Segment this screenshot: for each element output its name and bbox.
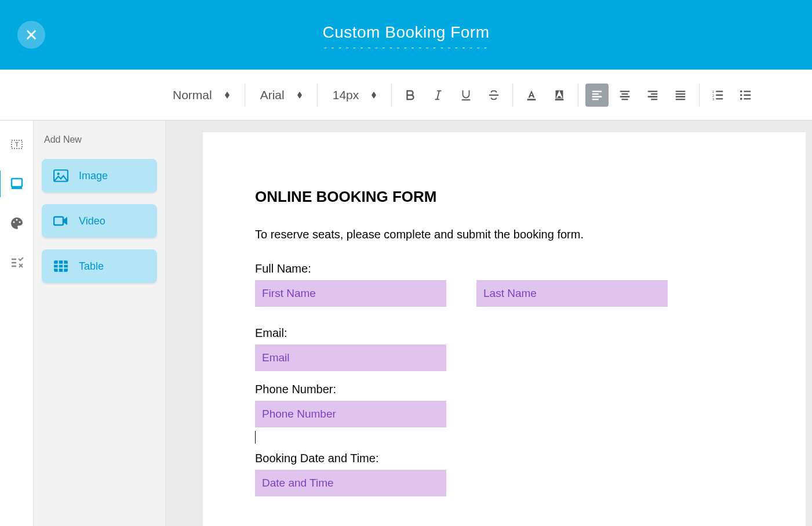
underline-icon xyxy=(460,89,472,101)
bold-button[interactable] xyxy=(399,84,422,107)
align-center-icon xyxy=(618,89,631,101)
input-last-name[interactable]: Last Name xyxy=(476,280,668,307)
sidebar: Add New Image Video Table xyxy=(34,121,166,526)
table-icon xyxy=(53,260,68,273)
align-center-button[interactable] xyxy=(613,84,636,107)
checklist-icon xyxy=(10,256,24,270)
italic-icon xyxy=(432,89,445,101)
canvas-area: ONLINE BOOKING FORM To reserve seats, pl… xyxy=(166,121,812,526)
svg-rect-18 xyxy=(54,217,63,225)
sidebar-title: Add New xyxy=(42,135,157,145)
rail-theme-tool[interactable] xyxy=(8,215,26,232)
style-select[interactable]: Normal xyxy=(162,82,240,108)
align-right-icon xyxy=(646,89,659,101)
highlight-icon xyxy=(553,89,566,101)
video-icon xyxy=(53,215,68,227)
svg-rect-0 xyxy=(527,99,536,100)
svg-text:1: 1 xyxy=(712,90,714,93)
add-image-button[interactable]: Image xyxy=(42,159,157,193)
svg-text:3: 3 xyxy=(712,97,714,101)
label-booking[interactable]: Booking Date and Time: xyxy=(255,452,753,465)
text-color-icon xyxy=(525,89,538,101)
strikethrough-icon xyxy=(487,89,500,101)
svg-rect-19 xyxy=(54,260,68,272)
doc-heading[interactable]: ONLINE BOOKING FORM xyxy=(255,188,753,206)
align-justify-button[interactable] xyxy=(669,84,692,107)
svg-point-14 xyxy=(16,219,17,221)
svg-point-17 xyxy=(57,173,60,175)
rail-insert-tool[interactable] xyxy=(8,175,26,193)
add-table-button[interactable]: Table xyxy=(42,249,157,283)
input-phone[interactable]: Phone Number xyxy=(255,401,446,427)
ordered-list-icon: 123 xyxy=(712,89,724,101)
label-email[interactable]: Email: xyxy=(255,327,753,340)
align-left-icon xyxy=(591,89,603,101)
add-video-button[interactable]: Video xyxy=(42,204,157,238)
rail-checklist-tool[interactable] xyxy=(8,254,26,271)
text-box-icon: T xyxy=(10,137,24,151)
document-canvas[interactable]: ONLINE BOOKING FORM To reserve seats, pl… xyxy=(203,132,806,526)
sort-icon xyxy=(225,92,230,99)
ordered-list-button[interactable]: 123 xyxy=(707,84,730,107)
title-underline: - - - - - - - - - - - - - - - - - - - - … xyxy=(322,43,489,52)
input-first-name[interactable]: First Name xyxy=(255,280,446,307)
close-icon xyxy=(25,28,38,41)
underline-button[interactable] xyxy=(454,84,478,107)
svg-point-13 xyxy=(13,222,14,223)
align-justify-icon xyxy=(674,89,687,101)
svg-point-8 xyxy=(740,97,742,100)
svg-point-7 xyxy=(740,94,742,96)
svg-point-6 xyxy=(740,90,742,92)
text-color-button[interactable] xyxy=(520,84,543,107)
svg-text:T: T xyxy=(15,142,19,148)
insert-icon xyxy=(10,177,24,191)
doc-intro[interactable]: To reserve seats, please complete and su… xyxy=(255,228,753,241)
size-select[interactable]: 14px xyxy=(322,82,387,108)
palette-icon xyxy=(10,216,24,230)
svg-rect-12 xyxy=(12,187,22,189)
close-button[interactable] xyxy=(17,21,45,49)
text-cursor xyxy=(255,431,256,444)
sort-icon xyxy=(297,92,302,99)
svg-rect-2 xyxy=(555,99,564,100)
align-left-button[interactable] xyxy=(585,84,609,107)
page-title[interactable]: Custom Booking Form xyxy=(322,23,489,42)
sort-icon xyxy=(372,92,376,99)
unordered-list-button[interactable] xyxy=(734,84,758,107)
input-email[interactable]: Email xyxy=(255,344,446,371)
svg-text:2: 2 xyxy=(712,93,714,97)
bold-icon xyxy=(404,89,417,101)
image-icon xyxy=(53,169,68,182)
label-phone[interactable]: Phone Number: xyxy=(255,383,753,396)
toolbar: Normal Arial 14px xyxy=(0,70,812,121)
strikethrough-button[interactable] xyxy=(482,84,505,107)
font-select[interactable]: Arial xyxy=(250,82,312,108)
svg-point-15 xyxy=(19,222,20,223)
left-rail: T xyxy=(0,121,34,526)
italic-button[interactable] xyxy=(427,84,450,107)
input-datetime[interactable]: Date and Time xyxy=(255,470,446,496)
highlight-button[interactable] xyxy=(548,84,571,107)
unordered-list-icon xyxy=(740,89,752,101)
svg-rect-11 xyxy=(12,179,22,187)
label-full-name[interactable]: Full Name: xyxy=(255,262,753,275)
rail-text-tool[interactable]: T xyxy=(8,136,26,153)
header-bar: Custom Booking Form - - - - - - - - - - … xyxy=(0,0,812,70)
align-right-button[interactable] xyxy=(641,84,664,107)
